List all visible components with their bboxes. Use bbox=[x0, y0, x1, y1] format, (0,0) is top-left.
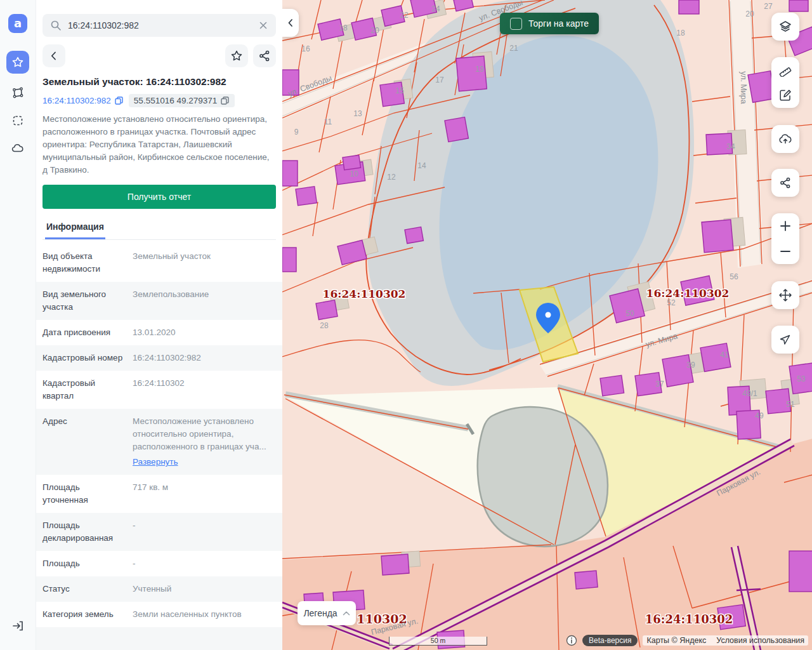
chevron-left-icon bbox=[49, 51, 59, 61]
chevron-up-icon bbox=[343, 611, 350, 616]
legend-button[interactable]: Легенда bbox=[298, 601, 356, 625]
favorite-button[interactable] bbox=[225, 44, 248, 67]
cadastral-quarter-label: 16:24:110302 bbox=[645, 613, 733, 626]
coordinates-chip[interactable]: 55.551016 49.279371 bbox=[129, 94, 235, 107]
zoom-in-button[interactable] bbox=[771, 213, 799, 239]
layers-button[interactable] bbox=[771, 13, 799, 41]
expand-address-link[interactable]: Развернуть bbox=[133, 456, 178, 468]
legend-label: Легенда bbox=[303, 608, 337, 618]
area-select-rail-button[interactable] bbox=[6, 81, 29, 104]
tab-bar: Информация bbox=[43, 218, 276, 240]
search-icon bbox=[50, 20, 62, 31]
back-button[interactable] bbox=[43, 44, 65, 67]
row-value: - bbox=[133, 519, 276, 545]
search-bar[interactable] bbox=[43, 14, 276, 37]
map-canvas[interactable]: 16:24:11030216:24:11030216:24:1103021103… bbox=[282, 0, 812, 650]
table-row: Кадастровый номер16:24:110302:982 bbox=[36, 345, 282, 371]
row-value: 16:24:110302:982 bbox=[133, 352, 276, 364]
cloud-icon bbox=[11, 142, 25, 156]
table-row: Категория земельЗемли населенных пунктов bbox=[36, 602, 282, 627]
tab-information[interactable]: Информация bbox=[45, 218, 105, 239]
upload-button[interactable] bbox=[771, 125, 799, 153]
cloud-rail-button[interactable] bbox=[6, 137, 29, 160]
favorites-rail-button[interactable] bbox=[6, 51, 29, 74]
beta-badge: Beta-версия bbox=[582, 635, 638, 646]
coordinates-value: 55.551016 49.279371 bbox=[134, 96, 217, 105]
terms-link[interactable]: Условия использования bbox=[716, 636, 804, 645]
parcel-number-label: 18 bbox=[339, 23, 348, 32]
page-title: Земельный участок: 16:24:110302:982 bbox=[43, 76, 276, 88]
row-label: Вид земельного участка bbox=[43, 288, 124, 314]
parcel-number-label: 16 bbox=[301, 44, 310, 53]
parcel-number-label: 22 bbox=[400, 11, 409, 20]
row-value: 16:24:110302 bbox=[133, 377, 276, 402]
search-input[interactable] bbox=[67, 20, 253, 31]
move-icon bbox=[778, 288, 792, 302]
plus-icon bbox=[780, 220, 791, 232]
map-attribution: Beta-версия Карты © Яндекс Условия испол… bbox=[566, 635, 808, 646]
copy-icon[interactable] bbox=[220, 96, 230, 105]
row-label: Кадастровый номер bbox=[43, 352, 124, 364]
auction-map-toggle[interactable]: Торги на карте bbox=[500, 13, 599, 34]
ruler-button[interactable] bbox=[771, 57, 799, 83]
parcel-number-label: 24 bbox=[431, 4, 440, 13]
table-row: СтатусУчтенный bbox=[36, 576, 282, 602]
edit-icon bbox=[778, 88, 792, 102]
star-icon bbox=[11, 56, 24, 69]
identifier-chips: 16:24:110302:982 55.551016 49.279371 bbox=[43, 94, 276, 107]
parcel-number-label: 12 bbox=[387, 173, 396, 182]
share-button[interactable] bbox=[253, 44, 276, 67]
parcel-number-label: 41 bbox=[720, 350, 729, 359]
selection-rail-button[interactable] bbox=[6, 109, 29, 132]
row-value: 717 кв. м bbox=[133, 481, 276, 507]
cadastral-quarter-label: 16:24:110302 bbox=[323, 288, 406, 300]
parcel-number-label: 9 bbox=[294, 128, 299, 136]
row-value: Земельный участок bbox=[133, 250, 276, 275]
navigation-arrow-icon bbox=[779, 333, 792, 346]
parcel-number-label: 17 bbox=[435, 76, 444, 84]
table-row: Площадь- bbox=[36, 551, 282, 576]
ruler-icon bbox=[778, 63, 792, 77]
table-row: Площадь уточненная717 кв. м bbox=[36, 475, 282, 513]
app-logo[interactable]: a bbox=[8, 14, 27, 33]
parcel-number-label: 27 bbox=[764, 2, 773, 11]
measure-edit-group bbox=[771, 57, 799, 108]
copy-icon[interactable] bbox=[114, 96, 124, 105]
parcel-number-label: 19 bbox=[475, 65, 484, 74]
dashed-square-icon bbox=[11, 114, 24, 127]
cadastral-number-chip[interactable]: 16:24:110302:982 bbox=[43, 96, 124, 105]
parcel-number-label: 53 bbox=[797, 375, 806, 383]
parcel-number-label: 21 bbox=[509, 44, 518, 53]
auction-toggle-checkbox[interactable] bbox=[510, 18, 522, 30]
pan-button[interactable] bbox=[771, 281, 799, 309]
row-label: Кадастровый квартал bbox=[43, 377, 124, 402]
star-outline-icon bbox=[230, 50, 243, 62]
edit-button[interactable] bbox=[771, 83, 799, 108]
row-label: Вид объекта недвижимости bbox=[43, 250, 124, 275]
collapse-sidebar-button[interactable] bbox=[282, 9, 299, 37]
parcel-number-label: 18 bbox=[676, 29, 685, 37]
share-icon bbox=[258, 50, 271, 62]
parcel-number-label: 56 bbox=[730, 272, 738, 281]
info-table: Вид объекта недвижимостиЗемельный участо… bbox=[36, 244, 282, 650]
info-icon[interactable] bbox=[566, 635, 577, 646]
row-label: Адрес bbox=[43, 415, 124, 468]
zoom-out-button[interactable] bbox=[771, 239, 799, 264]
parcel-number-label: 50 bbox=[625, 309, 634, 318]
my-location-button[interactable] bbox=[771, 326, 799, 354]
object-toolbar bbox=[43, 44, 276, 67]
share-map-button[interactable] bbox=[771, 169, 799, 197]
clear-search-icon[interactable] bbox=[258, 20, 268, 30]
logo-icon: a bbox=[8, 14, 27, 33]
get-report-button[interactable]: Получить отчет bbox=[43, 185, 276, 209]
share-icon bbox=[779, 176, 792, 189]
map-copyright: Карты © Яндекс bbox=[646, 636, 706, 645]
login-rail-button[interactable] bbox=[6, 614, 29, 637]
location-description: Местоположение установлено относительно … bbox=[43, 113, 276, 176]
row-label: Категория земель bbox=[43, 608, 124, 621]
parcel-number-label: 11 bbox=[324, 117, 332, 126]
cadastral-number-link[interactable]: 16:24:110302:982 bbox=[43, 96, 111, 105]
row-value: Местоположение установлено относительно … bbox=[133, 415, 276, 468]
row-label: Площадь уточненная bbox=[43, 481, 124, 507]
table-row: Вид земельного участкаЗемлепользование bbox=[36, 282, 282, 320]
